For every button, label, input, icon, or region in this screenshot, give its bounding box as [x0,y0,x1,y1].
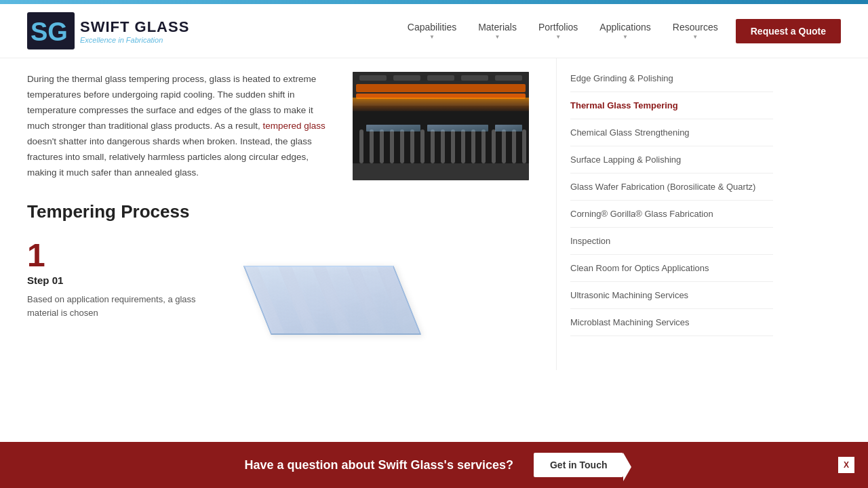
intro-text: During the thermal glass tempering proce… [27,72,332,181]
svg-rect-24 [481,129,486,163]
svg-rect-19 [431,129,435,163]
sidebar-link-edge-grinding[interactable]: Edge Grinding & Polishing [570,65,773,92]
svg-rect-8 [495,75,522,81]
nav-resources[interactable]: Resources ▼ [663,16,728,45]
svg-rect-23 [471,129,475,163]
svg-text:SG: SG [31,18,68,46]
chevron-down-icon: ▼ [429,34,435,40]
svg-rect-18 [420,129,425,163]
svg-rect-11 [353,98,529,111]
tempered-glass-link[interactable]: tempered glass [262,121,325,131]
svg-rect-7 [461,75,488,81]
furnace-image [353,72,529,180]
sidebar-link-glass-wafer[interactable]: Glass Wafer Fabrication (Borosilicate & … [570,174,773,201]
step-section: 1 Step 01 Based on application requireme… [27,239,529,357]
step-number: 1 [27,239,197,272]
logo-icon: SG [27,12,75,49]
main-nav: Capabilities ▼ Materials ▼ Portfolios ▼ … [398,16,841,45]
sidebar: Edge Grinding & Polishing Thermal Glass … [556,58,787,370]
section-title: Tempering Process [27,201,529,222]
sidebar-link-chemical-glass[interactable]: Chemical Glass Strengthening [570,119,773,146]
svg-rect-9 [356,84,526,92]
svg-rect-14 [380,129,384,163]
step-text: 1 Step 01 Based on application requireme… [27,239,197,357]
main-content: During the thermal glass tempering proce… [0,58,868,370]
svg-rect-21 [451,129,455,163]
sidebar-link-microblast[interactable]: Microblast Machining Services [570,309,773,336]
svg-rect-16 [400,129,404,163]
sidebar-link-surface-lapping[interactable]: Surface Lapping & Polishing [570,146,773,174]
chevron-down-icon: ▼ [495,34,500,40]
svg-rect-15 [390,129,394,163]
company-name: SWIFT GLASS [80,18,189,36]
nav-capabilities[interactable]: Capabilities ▼ [398,16,466,45]
nav-portfolios[interactable]: Portfolios ▼ [529,16,587,45]
svg-rect-32 [353,163,529,180]
sidebar-link-thermal-glass[interactable]: Thermal Glass Tempering [570,92,773,119]
tagline: Excellence in Fabrication [80,36,189,44]
nav-materials[interactable]: Materials ▼ [469,16,526,45]
svg-rect-25 [492,129,496,163]
intro-row: During the thermal glass tempering proce… [27,72,529,181]
glass-panel-illustration [231,246,434,357]
svg-rect-6 [427,75,454,81]
nav-applications[interactable]: Applications ▼ [590,16,660,45]
svg-rect-27 [512,129,516,163]
logo-text: SWIFT GLASS Excellence in Fabrication [80,18,189,44]
svg-rect-31 [495,125,522,131]
svg-rect-28 [522,129,526,163]
svg-rect-29 [366,125,420,131]
logo[interactable]: SG SWIFT GLASS Excellence in Fabrication [27,12,189,49]
sidebar-link-clean-room[interactable]: Clean Room for Optics Applications [570,255,773,282]
sidebar-link-ultrasonic[interactable]: Ultrasonic Machining Services [570,282,773,309]
header: SG SWIFT GLASS Excellence in Fabrication… [0,4,868,58]
chevron-down-icon: ▼ [692,34,698,40]
svg-rect-4 [359,75,387,81]
svg-rect-26 [502,129,506,163]
content-area: During the thermal glass tempering proce… [0,58,556,370]
svg-rect-5 [393,75,420,81]
chevron-down-icon: ▼ [555,34,561,40]
sidebar-link-inspection[interactable]: Inspection [570,228,773,255]
step-label: Step 01 [27,274,197,286]
furnace-svg [353,72,529,180]
svg-rect-20 [441,129,445,163]
glass-panel-svg [231,246,434,354]
sidebar-link-corning[interactable]: Corning® Gorilla® Glass Fabrication [570,201,773,228]
svg-rect-13 [370,129,374,163]
intro-p2: doesn't shatter into dangerous shards wh… [27,136,312,178]
svg-rect-12 [359,129,363,163]
svg-rect-22 [461,129,465,163]
step-description: Based on application requirements, a gla… [27,293,197,321]
request-quote-button[interactable]: Request a Quote [736,19,841,43]
svg-rect-30 [427,125,488,131]
svg-rect-17 [410,129,414,163]
chevron-down-icon: ▼ [623,34,628,40]
